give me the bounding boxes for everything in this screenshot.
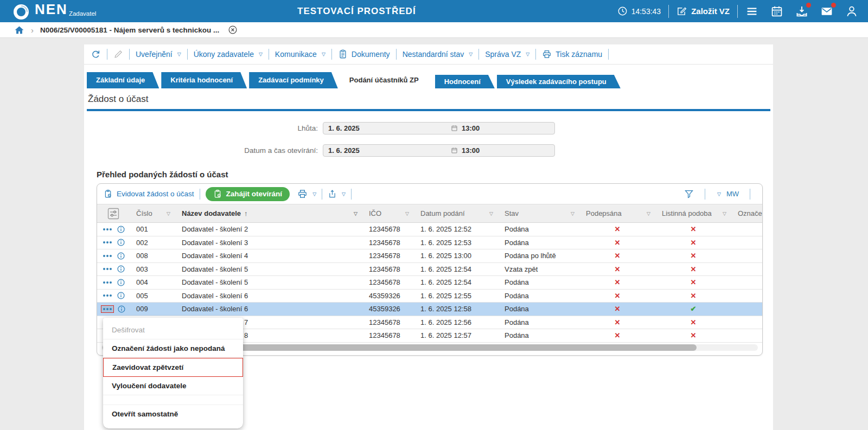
refresh-icon[interactable]: [91, 49, 101, 60]
row-menu-button[interactable]: [101, 253, 113, 259]
column-header-0[interactable]: Číslo▽: [130, 204, 175, 222]
action-bar-item-label: Tisk záznamu: [556, 50, 602, 59]
action-bar-item-1[interactable]: Úkony zadavatele▽: [194, 50, 263, 59]
row-actions-cell: [97, 291, 130, 300]
print-grid-button[interactable]: ▽: [297, 189, 316, 199]
podepsana-cell: ✕: [579, 292, 655, 300]
info-icon[interactable]: [117, 305, 126, 313]
pencil-icon[interactable]: [113, 49, 123, 59]
user-button[interactable]: [845, 5, 858, 18]
stav-cell: Podána po lhůtě: [498, 252, 579, 260]
action-bar-item-6[interactable]: Tisk záznamu: [542, 49, 602, 59]
breadcrumb-record[interactable]: N006/25/V00005181 - Nájem serverů s tech…: [40, 26, 219, 34]
info-icon[interactable]: [117, 252, 125, 260]
tab-0[interactable]: Základní údaje: [87, 72, 159, 88]
calendar-button[interactable]: [770, 5, 783, 18]
cislo-cell: 001: [130, 225, 175, 233]
tab-2[interactable]: Zadávací podmínky: [249, 72, 338, 88]
datum-cell: 1. 6. 2025 13:00: [414, 252, 498, 260]
divider: [107, 49, 107, 60]
cislo-cell: 002: [130, 239, 175, 247]
action-bar-item-0[interactable]: Uveřejnění▽: [136, 50, 181, 59]
tab-3[interactable]: Podání účastníků ZP: [340, 72, 433, 88]
register-request-button[interactable]: Evidovat žádost o účast: [104, 189, 194, 198]
table-row-5[interactable]: 005Dodavatel - školení 6453593261. 6. 20…: [97, 290, 762, 303]
column-header-7[interactable]: Označe: [731, 204, 762, 222]
datetime-field[interactable]: 1. 6. 202513:00: [323, 122, 555, 134]
filter-dropdown-icon[interactable]: ▽: [489, 211, 493, 216]
row-menu-button[interactable]: [101, 226, 113, 233]
info-icon[interactable]: [117, 265, 125, 273]
filter-dropdown-icon[interactable]: ▽: [354, 211, 358, 216]
column-header-2[interactable]: IČO▽: [362, 204, 414, 222]
start-opening-button[interactable]: Zahájit otevírání: [206, 187, 290, 201]
listinna-cell: ✕: [655, 318, 731, 326]
table-row-0[interactable]: 001Dodavatel - školení 2123456781. 6. 20…: [97, 223, 762, 236]
cross-icon: ✕: [691, 318, 697, 326]
tab-5[interactable]: Výsledek zadávacího postupu: [497, 75, 621, 88]
context-menu-item-3[interactable]: Vyloučení dodavatele: [103, 377, 243, 395]
datetime-field[interactable]: 1. 6. 202513:00: [323, 144, 555, 157]
info-icon[interactable]: [117, 278, 125, 287]
stav-cell: Podána: [498, 292, 579, 300]
column-settings-header[interactable]: [97, 208, 130, 220]
chevron-down-icon[interactable]: ▽: [717, 191, 721, 197]
action-bar-item-2[interactable]: Komunikace▽: [275, 50, 326, 59]
column-header-6[interactable]: Listinná podoba▽: [655, 204, 731, 222]
row-menu-button[interactable]: [101, 292, 113, 299]
brand: NEN Zadavatel: [12, 1, 96, 21]
context-menu-item-4[interactable]: Otevřít samostatně: [103, 405, 243, 423]
stav-cell: Podána: [498, 305, 579, 313]
table-row-3[interactable]: 003Dodavatel - školení 5123456781. 6. 20…: [97, 263, 762, 277]
filter-dropdown-icon[interactable]: ▽: [405, 211, 409, 216]
table-row-2[interactable]: 008Dodavatel - školení 4123456781. 6. 20…: [97, 249, 762, 263]
mw-view-button[interactable]: MW: [726, 190, 739, 198]
home-icon[interactable]: [14, 25, 24, 35]
ico-cell: 12345678: [362, 252, 414, 260]
cross-icon: ✕: [615, 278, 621, 286]
context-menu-item-1[interactable]: Označení žádosti jako nepodaná: [103, 339, 243, 358]
row-menu-button[interactable]: [101, 239, 113, 246]
chevron-down-icon: ▽: [177, 52, 181, 57]
info-icon[interactable]: [117, 291, 125, 300]
tab-1[interactable]: Kritéria hodnocení: [161, 72, 247, 88]
context-menu-item-2[interactable]: Zaevidovat zpětvzetí: [103, 358, 243, 377]
hamburger-button[interactable]: [745, 5, 758, 18]
table-row-6[interactable]: 009Dodavatel - školení 6453593261. 6. 20…: [97, 303, 762, 316]
form-label: Lhůta:: [84, 124, 323, 132]
action-bar-item-5[interactable]: Správa VZ▽: [485, 50, 529, 59]
filter-dropdown-icon[interactable]: ▽: [723, 211, 726, 216]
printer-icon: [542, 49, 552, 59]
mail-button[interactable]: [820, 5, 833, 18]
close-record-icon[interactable]: [228, 25, 238, 35]
nazev-cell: Dodavatel - školení 2: [175, 225, 362, 233]
table-row-1[interactable]: 002Dodavatel - školení 3123456781. 6. 20…: [97, 236, 762, 250]
notification-badge: [806, 3, 811, 8]
brand-name: NEN: [35, 1, 68, 17]
divider: [396, 49, 397, 60]
row-menu-button[interactable]: [101, 305, 114, 313]
create-vz-button[interactable]: Založit VZ: [676, 6, 730, 16]
inbox-download-button[interactable]: [795, 5, 808, 18]
column-header-3[interactable]: Datum podání▽: [414, 204, 498, 222]
form-row-1: Datum a čas otevírání:1. 6. 202513:00: [84, 144, 773, 157]
filter-icon[interactable]: [684, 189, 694, 199]
row-menu-button[interactable]: [101, 266, 113, 272]
column-header-5[interactable]: Podepsána▽: [579, 204, 655, 222]
column-header-1[interactable]: Název dodavatele↑▽: [175, 204, 362, 222]
info-icon[interactable]: [117, 238, 125, 247]
filter-dropdown-icon[interactable]: ▽: [647, 211, 650, 216]
action-bar-item-4[interactable]: Nestandardní stav▽: [403, 50, 473, 59]
row-menu-button[interactable]: [101, 279, 113, 286]
tab-4[interactable]: Hodnocení: [435, 75, 495, 88]
row-actions-cell: [97, 305, 130, 313]
section-title: Žádost o účast: [88, 94, 773, 105]
info-icon[interactable]: [117, 225, 125, 234]
filter-dropdown-icon[interactable]: ▽: [571, 211, 575, 216]
export-grid-button[interactable]: ▽: [328, 189, 346, 198]
action-bar-item-3[interactable]: Dokumenty: [338, 49, 390, 59]
table-row-4[interactable]: 004Dodavatel - školení 5123456781. 6. 20…: [97, 276, 762, 290]
column-header-4[interactable]: Stav▽: [498, 204, 579, 222]
filter-dropdown-icon[interactable]: ▽: [167, 211, 170, 216]
printer-icon: [297, 189, 308, 199]
